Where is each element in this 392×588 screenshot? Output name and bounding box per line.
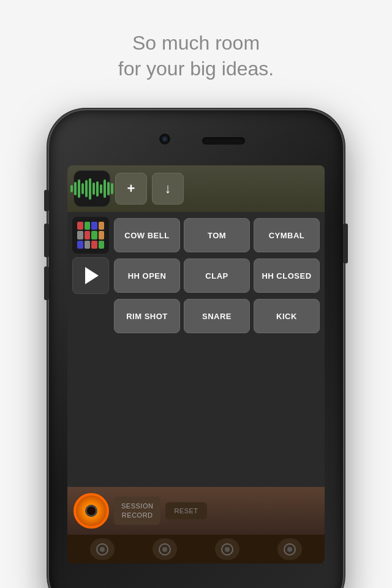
drum-dot — [77, 231, 83, 239]
drum-dot — [77, 222, 83, 230]
session-record-button[interactable]: SESSION RECORD — [114, 497, 160, 526]
waveform-bar — [74, 182, 77, 195]
record-icon[interactable] — [74, 493, 109, 529]
bottom-icon-3[interactable] — [215, 538, 239, 560]
drum-dot — [85, 222, 91, 230]
bottom-icon-svg-3 — [221, 543, 234, 556]
download-button[interactable]: ↓ — [152, 173, 184, 205]
session-label-2: RECORD — [121, 511, 153, 520]
waveform-bar — [111, 183, 113, 194]
bottom-spacer — [72, 298, 109, 334]
svg-point-5 — [225, 547, 230, 552]
drum-dot — [91, 231, 97, 239]
drum-dot — [85, 231, 91, 239]
header-line1: So much room — [0, 31, 392, 56]
waveform-bar — [85, 180, 88, 197]
phone-screen: + ↓ COW BELLTOMCYMBAL HH OPENCLAPHH CLOS… — [67, 165, 325, 564]
drum-pad-kick[interactable]: KICK — [254, 299, 320, 333]
drum-dot — [99, 231, 105, 239]
bottom-icon-svg-4 — [283, 543, 296, 556]
waveform-bar — [70, 185, 73, 192]
drum-dot — [91, 222, 97, 230]
play-button[interactable] — [72, 257, 109, 294]
drum-dot — [99, 241, 105, 249]
bottom-pads-row: RIM SHOTSNAREKICK — [72, 298, 320, 334]
waveform-bar — [89, 178, 91, 200]
phone-vol-silent — [44, 190, 49, 211]
phone-speaker — [202, 137, 245, 145]
drum-section: COW BELLTOMCYMBAL HH OPENCLAPHH CLOSED R… — [67, 212, 325, 487]
bottom-icon-2[interactable] — [153, 538, 177, 560]
waveform-bar — [81, 183, 84, 194]
drum-dot — [99, 222, 105, 230]
svg-point-3 — [162, 547, 167, 552]
drum-pad-hh-closed[interactable]: HH CLOSED — [254, 258, 320, 293]
app-icon — [74, 170, 110, 207]
middle-pads-grid: HH OPENCLAPHH CLOSED — [114, 258, 320, 293]
waveform-bar — [92, 183, 95, 195]
phone-frame: + ↓ COW BELLTOMCYMBAL HH OPENCLAPHH CLOS… — [49, 110, 343, 588]
drum-pad-cymbal[interactable]: CYMBAL — [254, 218, 320, 252]
bottom-icon-4[interactable] — [277, 538, 302, 560]
svg-point-7 — [287, 547, 292, 552]
waveform-icon — [70, 179, 113, 198]
bottom-pads-grid: RIM SHOTSNAREKICK — [114, 299, 320, 333]
bottom-bar: SESSION RECORD RESET — [67, 487, 325, 535]
phone-camera — [159, 134, 170, 145]
bottom-icon-svg-2 — [158, 543, 172, 556]
drum-pad-clap[interactable]: CLAP — [184, 258, 250, 293]
phone-power-button[interactable] — [343, 224, 348, 263]
play-btn-row: HH OPENCLAPHH CLOSED — [72, 257, 320, 294]
drum-pad-cowbell[interactable]: COW BELL — [114, 218, 180, 252]
drum-top-row: COW BELLTOMCYMBAL — [72, 217, 320, 254]
waveform-bar — [107, 182, 110, 195]
bottom-icon-svg-1 — [96, 543, 109, 556]
drum-pad-snare[interactable]: SNARE — [184, 299, 250, 333]
record-inner-ring — [85, 505, 97, 517]
phone-vol-down-button[interactable] — [44, 266, 49, 300]
drum-pad-rimshot[interactable]: RIM SHOT — [114, 299, 180, 333]
add-button[interactable]: + — [115, 173, 147, 205]
svg-point-1 — [100, 547, 105, 552]
bottom-icons-row — [67, 535, 325, 564]
bottom-icon-1[interactable] — [90, 538, 115, 560]
top-bar: + ↓ — [67, 165, 325, 212]
phone-vol-up-button[interactable] — [44, 224, 49, 257]
drum-dot — [77, 241, 83, 249]
drum-dot — [91, 241, 97, 249]
screen-content: + ↓ COW BELLTOMCYMBAL HH OPENCLAPHH CLOS… — [67, 165, 325, 564]
drum-pad-hh-open[interactable]: HH OPEN — [114, 258, 180, 293]
top-pads-grid: COW BELLTOMCYMBAL — [114, 218, 320, 252]
waveform-bar — [100, 184, 102, 194]
waveform-bar — [78, 179, 80, 198]
waveform-bar — [96, 181, 99, 197]
drum-dot — [85, 241, 91, 249]
session-label-1: SESSION — [121, 502, 153, 511]
header-line2: for your big ideas. — [0, 56, 392, 82]
drum-machine-icon — [72, 217, 109, 254]
play-icon — [85, 267, 99, 284]
header-text: So much room for your big ideas. — [0, 31, 392, 81]
waveform-bar — [104, 179, 106, 198]
drum-pad-tom[interactable]: TOM — [184, 218, 250, 252]
reset-button[interactable]: RESET — [165, 502, 206, 519]
